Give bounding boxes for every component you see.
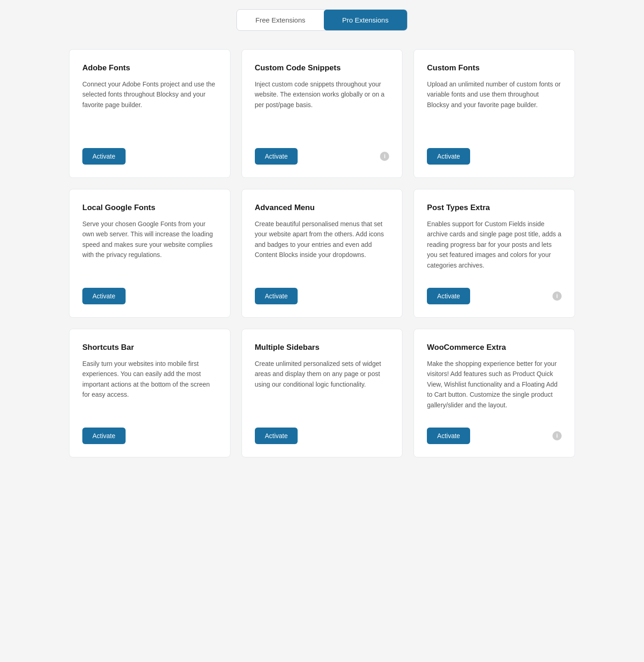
card-description-shortcuts-bar: Easily turn your websites into mobile fi… bbox=[82, 359, 217, 417]
card-footer-adobe-fonts: Activate bbox=[82, 148, 217, 165]
card-custom-code-snippets: Custom Code SnippetsInject custom code s… bbox=[242, 49, 403, 178]
card-footer-custom-code-snippets: Activatei bbox=[255, 148, 390, 165]
tab-free-extensions[interactable]: Free Extensions bbox=[237, 10, 323, 30]
extensions-grid: Adobe FontsConnect your Adobe Fonts proj… bbox=[69, 49, 575, 457]
tab-bar: Free Extensions Pro Extensions bbox=[236, 9, 407, 31]
card-footer-post-types-extra: Activatei bbox=[427, 288, 562, 304]
activate-button-post-types-extra[interactable]: Activate bbox=[427, 288, 470, 304]
tab-pro-extensions[interactable]: Pro Extensions bbox=[324, 10, 407, 30]
card-description-multiple-sidebars: Create unlimited personalized sets of wi… bbox=[255, 359, 390, 417]
card-multiple-sidebars: Multiple SidebarsCreate unlimited person… bbox=[242, 329, 403, 457]
activate-button-custom-code-snippets[interactable]: Activate bbox=[255, 148, 298, 165]
card-title-adobe-fonts: Adobe Fonts bbox=[82, 63, 217, 73]
card-local-google-fonts: Local Google FontsServe your chosen Goog… bbox=[69, 189, 230, 318]
card-shortcuts-bar: Shortcuts BarEasily turn your websites i… bbox=[69, 329, 230, 457]
card-title-advanced-menu: Advanced Menu bbox=[255, 203, 390, 212]
card-description-woocommerce-extra: Make the shopping experience better for … bbox=[427, 359, 562, 417]
activate-button-adobe-fonts[interactable]: Activate bbox=[82, 148, 126, 165]
card-title-shortcuts-bar: Shortcuts Bar bbox=[82, 343, 217, 352]
card-footer-woocommerce-extra: Activatei bbox=[427, 428, 562, 444]
card-description-post-types-extra: Enables support for Custom Fields inside… bbox=[427, 219, 562, 277]
card-post-types-extra: Post Types ExtraEnables support for Cust… bbox=[414, 189, 575, 318]
card-woocommerce-extra: WooCommerce ExtraMake the shopping exper… bbox=[414, 329, 575, 457]
card-description-custom-code-snippets: Inject custom code snippets throughout y… bbox=[255, 79, 390, 137]
activate-button-multiple-sidebars[interactable]: Activate bbox=[255, 428, 298, 444]
activate-button-advanced-menu[interactable]: Activate bbox=[255, 288, 298, 304]
card-description-local-google-fonts: Serve your chosen Google Fonts from your… bbox=[82, 219, 217, 277]
card-footer-local-google-fonts: Activate bbox=[82, 288, 217, 304]
card-custom-fonts: Custom FontsUpload an unlimited number o… bbox=[414, 49, 575, 178]
activate-button-woocommerce-extra[interactable]: Activate bbox=[427, 428, 470, 444]
card-description-adobe-fonts: Connect your Adobe Fonts project and use… bbox=[82, 79, 217, 137]
card-title-post-types-extra: Post Types Extra bbox=[427, 203, 562, 212]
card-footer-advanced-menu: Activate bbox=[255, 288, 390, 304]
card-description-custom-fonts: Upload an unlimited number of custom fon… bbox=[427, 79, 562, 137]
card-footer-custom-fonts: Activate bbox=[427, 148, 562, 165]
card-description-advanced-menu: Create beautiful personalised menus that… bbox=[255, 219, 390, 277]
card-title-woocommerce-extra: WooCommerce Extra bbox=[427, 343, 562, 352]
info-icon-post-types-extra[interactable]: i bbox=[552, 291, 562, 301]
activate-button-custom-fonts[interactable]: Activate bbox=[427, 148, 470, 165]
card-adobe-fonts: Adobe FontsConnect your Adobe Fonts proj… bbox=[69, 49, 230, 178]
info-icon-custom-code-snippets[interactable]: i bbox=[380, 152, 389, 161]
card-title-custom-code-snippets: Custom Code Snippets bbox=[255, 63, 390, 73]
card-title-multiple-sidebars: Multiple Sidebars bbox=[255, 343, 390, 352]
info-icon-woocommerce-extra[interactable]: i bbox=[552, 431, 562, 440]
activate-button-shortcuts-bar[interactable]: Activate bbox=[82, 428, 126, 444]
card-title-custom-fonts: Custom Fonts bbox=[427, 63, 562, 73]
card-title-local-google-fonts: Local Google Fonts bbox=[82, 203, 217, 212]
activate-button-local-google-fonts[interactable]: Activate bbox=[82, 288, 126, 304]
card-footer-multiple-sidebars: Activate bbox=[255, 428, 390, 444]
card-footer-shortcuts-bar: Activate bbox=[82, 428, 217, 444]
card-advanced-menu: Advanced MenuCreate beautiful personalis… bbox=[242, 189, 403, 318]
